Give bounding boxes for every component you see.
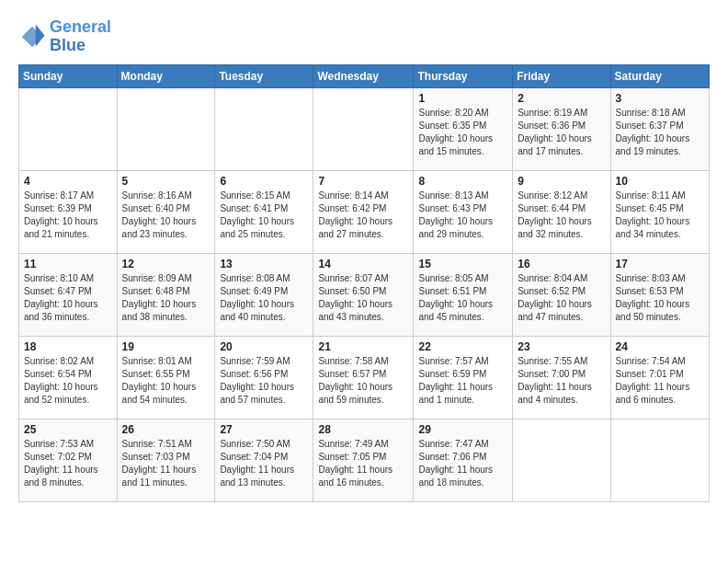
day-number: 26 (122, 423, 210, 436)
day-cell-24: 24Sunrise: 7:54 AM Sunset: 7:01 PM Dayli… (610, 336, 709, 419)
week-row-1: 1Sunrise: 8:20 AM Sunset: 6:35 PM Daylig… (19, 87, 710, 170)
day-cell-11: 11Sunrise: 8:10 AM Sunset: 6:47 PM Dayli… (19, 253, 118, 336)
day-number: 20 (220, 340, 308, 353)
day-info: Sunrise: 7:47 AM Sunset: 7:06 PM Dayligh… (418, 438, 507, 489)
day-number: 5 (122, 175, 210, 188)
day-cell-13: 13Sunrise: 8:08 AM Sunset: 6:49 PM Dayli… (215, 253, 313, 336)
day-number: 16 (518, 258, 605, 270)
day-cell-17: 17Sunrise: 8:03 AM Sunset: 6:53 PM Dayli… (610, 253, 709, 336)
day-number: 27 (220, 423, 308, 436)
day-number: 25 (24, 423, 112, 436)
day-number: 9 (518, 175, 605, 188)
empty-cell (19, 87, 118, 170)
day-cell-20: 20Sunrise: 7:59 AM Sunset: 6:56 PM Dayli… (215, 336, 313, 419)
empty-cell (610, 419, 709, 501)
weekday-header-saturday: Saturday (610, 64, 709, 87)
day-info: Sunrise: 8:07 AM Sunset: 6:50 PM Dayligh… (318, 272, 408, 324)
empty-cell (513, 419, 610, 501)
day-cell-10: 10Sunrise: 8:11 AM Sunset: 6:45 PM Dayli… (610, 170, 709, 253)
day-cell-7: 7Sunrise: 8:14 AM Sunset: 6:42 PM Daylig… (313, 170, 414, 253)
weekday-header-row: SundayMondayTuesdayWednesdayThursdayFrid… (19, 64, 710, 87)
week-row-2: 4Sunrise: 8:17 AM Sunset: 6:39 PM Daylig… (19, 170, 710, 253)
day-cell-15: 15Sunrise: 8:05 AM Sunset: 6:51 PM Dayli… (414, 253, 513, 336)
day-number: 10 (616, 175, 704, 188)
day-cell-29: 29Sunrise: 7:47 AM Sunset: 7:06 PM Dayli… (414, 419, 513, 501)
day-number: 1 (418, 92, 507, 105)
week-row-4: 18Sunrise: 8:02 AM Sunset: 6:54 PM Dayli… (19, 336, 710, 419)
day-number: 3 (616, 92, 704, 105)
day-number: 29 (418, 423, 507, 436)
weekday-header-thursday: Thursday (414, 64, 513, 87)
day-cell-4: 4Sunrise: 8:17 AM Sunset: 6:39 PM Daylig… (19, 170, 118, 253)
weekday-header-friday: Friday (513, 64, 610, 87)
day-info: Sunrise: 8:11 AM Sunset: 6:45 PM Dayligh… (616, 190, 704, 241)
day-info: Sunrise: 7:57 AM Sunset: 6:59 PM Dayligh… (418, 355, 507, 407)
day-info: Sunrise: 7:55 AM Sunset: 7:00 PM Dayligh… (518, 355, 605, 407)
day-cell-28: 28Sunrise: 7:49 AM Sunset: 7:05 PM Dayli… (313, 419, 414, 501)
day-cell-19: 19Sunrise: 8:01 AM Sunset: 6:55 PM Dayli… (117, 336, 215, 419)
day-cell-5: 5Sunrise: 8:16 AM Sunset: 6:40 PM Daylig… (117, 170, 215, 253)
day-info: Sunrise: 8:19 AM Sunset: 6:36 PM Dayligh… (518, 107, 605, 158)
page-header: General Blue (18, 18, 710, 55)
day-number: 12 (122, 258, 210, 270)
day-number: 18 (24, 340, 112, 353)
day-number: 6 (220, 175, 308, 188)
day-info: Sunrise: 7:49 AM Sunset: 7:05 PM Dayligh… (318, 438, 408, 489)
day-info: Sunrise: 8:14 AM Sunset: 6:42 PM Dayligh… (318, 190, 408, 241)
day-number: 21 (318, 340, 408, 353)
day-cell-1: 1Sunrise: 8:20 AM Sunset: 6:35 PM Daylig… (414, 87, 513, 170)
day-info: Sunrise: 8:15 AM Sunset: 6:41 PM Dayligh… (220, 190, 308, 241)
day-info: Sunrise: 8:09 AM Sunset: 6:48 PM Dayligh… (122, 272, 210, 324)
day-number: 23 (518, 340, 605, 353)
week-row-5: 25Sunrise: 7:53 AM Sunset: 7:02 PM Dayli… (19, 419, 710, 501)
day-info: Sunrise: 8:03 AM Sunset: 6:53 PM Dayligh… (616, 272, 704, 324)
day-cell-26: 26Sunrise: 7:51 AM Sunset: 7:03 PM Dayli… (117, 419, 215, 501)
day-info: Sunrise: 8:08 AM Sunset: 6:49 PM Dayligh… (220, 272, 308, 324)
day-info: Sunrise: 7:51 AM Sunset: 7:03 PM Dayligh… (122, 438, 210, 489)
svg-marker-1 (36, 24, 45, 46)
weekday-header-sunday: Sunday (19, 64, 118, 87)
day-cell-3: 3Sunrise: 8:18 AM Sunset: 6:37 PM Daylig… (610, 87, 709, 170)
day-info: Sunrise: 8:02 AM Sunset: 6:54 PM Dayligh… (24, 355, 112, 407)
logo-icon (18, 23, 46, 51)
day-info: Sunrise: 8:18 AM Sunset: 6:37 PM Dayligh… (616, 107, 704, 158)
day-number: 14 (318, 258, 408, 270)
day-cell-6: 6Sunrise: 8:15 AM Sunset: 6:41 PM Daylig… (215, 170, 313, 253)
day-info: Sunrise: 8:05 AM Sunset: 6:51 PM Dayligh… (418, 272, 507, 324)
empty-cell (313, 87, 414, 170)
day-number: 24 (616, 340, 704, 353)
day-info: Sunrise: 8:10 AM Sunset: 6:47 PM Dayligh… (24, 272, 112, 324)
day-cell-2: 2Sunrise: 8:19 AM Sunset: 6:36 PM Daylig… (513, 87, 610, 170)
day-cell-27: 27Sunrise: 7:50 AM Sunset: 7:04 PM Dayli… (215, 419, 313, 501)
day-cell-16: 16Sunrise: 8:04 AM Sunset: 6:52 PM Dayli… (513, 253, 610, 336)
day-info: Sunrise: 8:01 AM Sunset: 6:55 PM Dayligh… (122, 355, 210, 407)
day-cell-9: 9Sunrise: 8:12 AM Sunset: 6:44 PM Daylig… (513, 170, 610, 253)
day-number: 13 (220, 258, 308, 270)
day-cell-21: 21Sunrise: 7:58 AM Sunset: 6:57 PM Dayli… (313, 336, 414, 419)
weekday-header-tuesday: Tuesday (215, 64, 313, 87)
day-cell-23: 23Sunrise: 7:55 AM Sunset: 7:00 PM Dayli… (513, 336, 610, 419)
logo: General Blue (18, 18, 111, 55)
day-info: Sunrise: 8:13 AM Sunset: 6:43 PM Dayligh… (418, 190, 507, 241)
day-number: 4 (24, 175, 112, 188)
logo-text: General Blue (50, 18, 111, 55)
day-number: 7 (318, 175, 408, 188)
day-info: Sunrise: 7:59 AM Sunset: 6:56 PM Dayligh… (220, 355, 308, 407)
day-info: Sunrise: 8:17 AM Sunset: 6:39 PM Dayligh… (24, 190, 112, 241)
day-info: Sunrise: 7:53 AM Sunset: 7:02 PM Dayligh… (24, 438, 112, 489)
day-info: Sunrise: 7:58 AM Sunset: 6:57 PM Dayligh… (318, 355, 408, 407)
day-number: 15 (418, 258, 507, 270)
day-info: Sunrise: 7:50 AM Sunset: 7:04 PM Dayligh… (220, 438, 308, 489)
day-cell-12: 12Sunrise: 8:09 AM Sunset: 6:48 PM Dayli… (117, 253, 215, 336)
day-cell-14: 14Sunrise: 8:07 AM Sunset: 6:50 PM Dayli… (313, 253, 414, 336)
day-number: 2 (518, 92, 605, 105)
day-cell-18: 18Sunrise: 8:02 AM Sunset: 6:54 PM Dayli… (19, 336, 118, 419)
day-number: 28 (318, 423, 408, 436)
day-number: 8 (418, 175, 507, 188)
day-number: 19 (122, 340, 210, 353)
empty-cell (117, 87, 215, 170)
day-info: Sunrise: 8:16 AM Sunset: 6:40 PM Dayligh… (122, 190, 210, 241)
empty-cell (215, 87, 313, 170)
day-info: Sunrise: 7:54 AM Sunset: 7:01 PM Dayligh… (616, 355, 704, 407)
weekday-header-monday: Monday (117, 64, 215, 87)
